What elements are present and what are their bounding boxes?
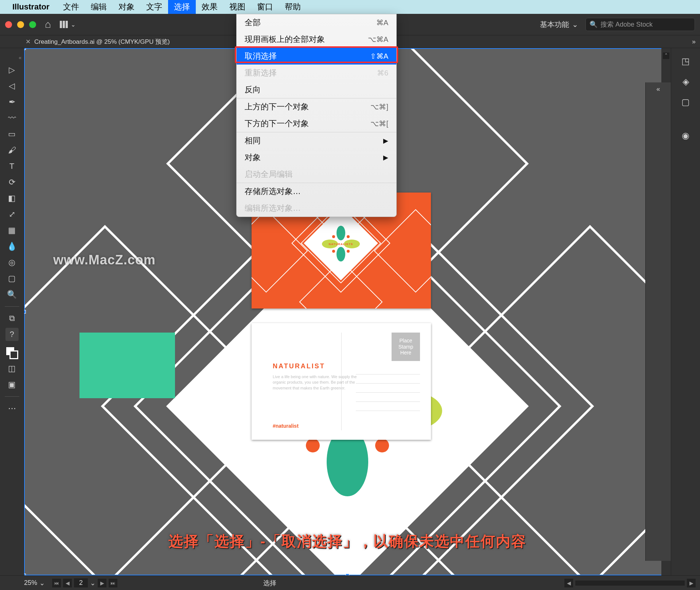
right-collapse-strip: « <box>645 82 671 561</box>
address-lines <box>356 374 420 420</box>
zoom-value: 25% <box>24 579 37 587</box>
svg-point-34 <box>347 250 350 253</box>
window-controls <box>5 21 36 28</box>
collapse-panels-icon[interactable]: « <box>656 85 660 93</box>
svg-text:NATURALISTS: NATURALISTS <box>329 242 353 246</box>
menu-effects[interactable]: 效果 <box>196 0 223 15</box>
last-artboard-icon[interactable]: ⏭ <box>109 579 117 587</box>
chevron-down-icon[interactable]: ⌄ <box>90 579 96 587</box>
app-name: Illustrator <box>12 2 49 12</box>
menu-inverse[interactable]: 反向 <box>237 81 396 98</box>
selection-handle[interactable] <box>24 48 26 50</box>
artboard-number[interactable]: 2 <box>74 578 88 587</box>
eyedropper-tool[interactable]: 💧 <box>5 240 19 253</box>
rotate-tool[interactable]: ⟳ <box>5 176 19 189</box>
horizontal-scrollbar[interactable]: ◀ ▶ <box>564 579 696 587</box>
zoom-selector[interactable]: 25% ⌄ <box>24 579 45 587</box>
pen-tool[interactable]: ✒ <box>5 96 19 109</box>
scroll-left-icon[interactable]: ◀ <box>564 579 573 587</box>
toggle-fill-stroke[interactable]: ⧉ <box>5 312 19 325</box>
menu-save-selection[interactable]: 存储所选对象… <box>237 183 396 200</box>
selection-handle[interactable] <box>24 310 26 314</box>
properties-panel-icon[interactable]: ◳ <box>678 54 693 69</box>
paintbrush-tool[interactable]: 🖌 <box>5 144 19 157</box>
search-icon: 🔍 <box>590 20 598 28</box>
gradient-tool[interactable]: ▦ <box>5 224 19 237</box>
menu-select[interactable]: 选择 <box>168 0 196 15</box>
artboard-tool[interactable]: ▢ <box>5 272 19 285</box>
menu-select-all-on-artboard[interactable]: 现用画板上的全部对象⌥⌘A <box>237 31 396 48</box>
svg-point-27 <box>337 226 345 240</box>
screen-mode[interactable]: ▣ <box>5 378 19 391</box>
fill-stroke-swatch[interactable] <box>6 347 18 359</box>
tab-overflow-icon[interactable]: » <box>692 38 700 46</box>
essentials-toggle[interactable]: ⌄ <box>60 21 75 28</box>
artboard-nav: ⏮ ◀ 2 ⌄ ▶ ⏭ <box>52 578 117 587</box>
next-artboard-icon[interactable]: ▶ <box>98 579 106 587</box>
menu-edit[interactable]: 编辑 <box>85 0 113 15</box>
scroll-up-icon[interactable]: ˄ <box>663 53 669 59</box>
menu-object[interactable]: 对象 <box>113 0 140 15</box>
watermark-text: www.MacZ.com <box>53 252 156 268</box>
chevron-down-icon: ⌄ <box>572 20 578 29</box>
postcard-brand: NATURALIST <box>273 362 325 370</box>
menu-deselect[interactable]: 取消选择⇧⌘A <box>237 48 396 65</box>
zoom-tool[interactable]: 🔍 <box>5 288 19 301</box>
menu-same-submenu[interactable]: 相同▶ <box>237 132 396 149</box>
workspace-selector[interactable]: 基本功能 ⌄ <box>540 20 578 30</box>
type-tool[interactable]: T <box>5 160 19 173</box>
artboard-3-postcard[interactable]: PlaceStampHere NATURALIST Live a life be… <box>252 323 431 440</box>
svg-rect-20 <box>252 210 307 292</box>
home-icon[interactable]: ⌂ <box>45 19 51 30</box>
chevron-down-icon: ⌄ <box>39 579 45 587</box>
scroll-right-icon[interactable]: ▶ <box>687 579 696 587</box>
document-tab[interactable]: ✕ Creating_Artboards.ai @ 25% (CMYK/GPU … <box>26 38 170 46</box>
postcard-hashtag: #naturalist <box>273 423 299 429</box>
select-menu-dropdown: 全部⌘A 现用画板上的全部对象⌥⌘A 取消选择⇧⌘A 重新选择⌘6 反向 上方的… <box>236 14 397 217</box>
first-artboard-icon[interactable]: ⏮ <box>52 579 61 587</box>
svg-point-31 <box>332 235 335 238</box>
tool-strip: « ▷ ◁ ✒ 〰 ▭ 🖌 T ⟳ ◧ ⤢ ▦ 💧 ◎ ▢ 🔍 ⧉ ? ◫ ▣ … <box>0 48 24 575</box>
collapse-tools-icon[interactable]: « <box>19 55 22 61</box>
svg-rect-21 <box>374 210 431 292</box>
layers-panel-icon[interactable]: ◈ <box>678 74 693 89</box>
draw-mode[interactable]: ◫ <box>5 362 19 375</box>
menu-start-global-edit: 启动全局编辑 <box>237 166 396 183</box>
more-tools-icon[interactable]: ⋯ <box>5 402 19 415</box>
status-tool-label: 选择 <box>263 579 276 587</box>
postcard-divider <box>341 333 342 430</box>
menu-file[interactable]: 文件 <box>57 0 85 15</box>
close-window-icon[interactable] <box>5 21 12 28</box>
right-panel-dock: ◳ ◈ ▢ ◉ <box>671 48 700 575</box>
menu-select-all[interactable]: 全部⌘A <box>237 14 396 31</box>
menu-help[interactable]: 帮助 <box>279 0 307 15</box>
document-title: Creating_Artboards.ai @ 25% (CMYK/GPU 预览… <box>34 38 170 46</box>
curvature-tool[interactable]: 〰 <box>5 112 19 125</box>
menu-view[interactable]: 视图 <box>223 0 251 15</box>
shape-builder-tool[interactable]: ◎ <box>5 256 19 269</box>
menu-object-submenu[interactable]: 对象▶ <box>237 149 396 166</box>
selection-tool[interactable]: ▷ <box>5 63 19 77</box>
postcard-paragraph: Live a life being one with nature. We su… <box>273 374 360 391</box>
minimize-window-icon[interactable] <box>17 21 24 28</box>
libraries-panel-icon[interactable]: ▢ <box>678 95 693 109</box>
eraser-tool[interactable]: ◧ <box>5 192 19 205</box>
menu-edit-selection: 编辑所选对象… <box>237 200 396 217</box>
direct-selection-tool[interactable]: ◁ <box>5 79 19 93</box>
menu-next-above[interactable]: 上方的下一个对象⌥⌘] <box>237 98 396 115</box>
zoom-window-icon[interactable] <box>29 21 36 28</box>
green-rectangle-shape[interactable] <box>79 333 175 398</box>
menu-next-below[interactable]: 下方的下一个对象⌥⌘[ <box>237 115 396 132</box>
menu-window[interactable]: 窗口 <box>251 0 279 15</box>
edit-toolbar-icon[interactable]: ? <box>5 328 19 341</box>
artboard-1-selection[interactable]: NATURALISTS <box>24 48 228 274</box>
close-tab-icon[interactable]: ✕ <box>26 38 31 46</box>
prev-artboard-icon[interactable]: ◀ <box>63 579 72 587</box>
menu-type[interactable]: 文字 <box>140 0 168 15</box>
scale-tool[interactable]: ⤢ <box>5 208 19 221</box>
svg-point-28 <box>337 247 345 261</box>
rectangle-tool[interactable]: ▭ <box>5 128 19 141</box>
hscroll-track[interactable] <box>575 581 685 586</box>
search-stock-field[interactable]: 🔍 搜索 Adobe Stock <box>586 18 695 31</box>
comments-panel-icon[interactable]: ◉ <box>678 128 693 143</box>
